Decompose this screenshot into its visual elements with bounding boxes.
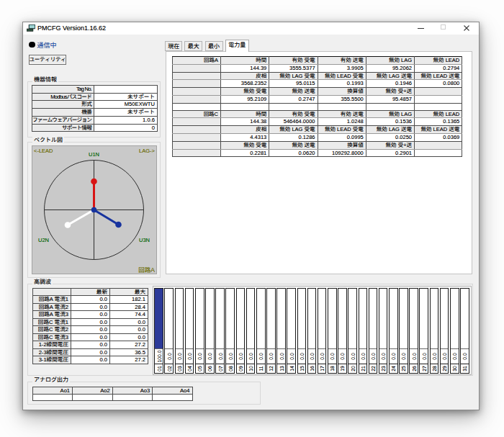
svg-text:U3N: U3N: [139, 237, 150, 243]
svg-text:回路A: 回路A: [138, 266, 155, 274]
svg-text:LAG->: LAG->: [139, 148, 156, 154]
svg-text:<-LEAD: <-LEAD: [34, 148, 53, 154]
svg-text:U1N: U1N: [89, 151, 99, 158]
svg-text:U2N: U2N: [38, 237, 49, 243]
